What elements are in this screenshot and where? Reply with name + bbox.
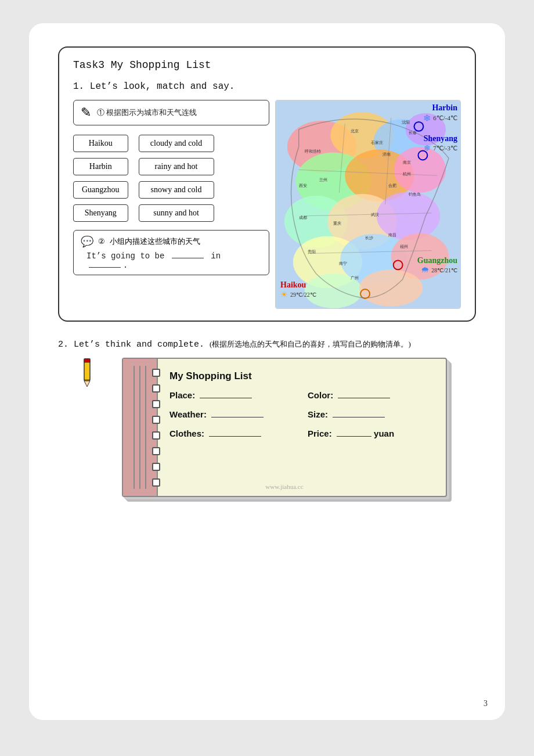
haikou-name: Haikou [280,280,316,290]
sentence-template: It’s going to be in . [81,251,262,270]
section2-wrapper: 2. Let’s think and complete. (根据所选地点的天气和… [58,339,476,497]
ring-8 [152,478,160,487]
ring-5 [152,431,160,440]
guangzhou-rain-icon: 🌧 [421,265,429,275]
notebook-right-size: Size: [308,409,428,419]
notebook: My Shopping List Place: Color: [122,358,447,497]
city-shenyang: Shenyang [73,204,128,222]
svg-text:长沙: 长沙 [365,236,373,240]
svg-text:北京: 北京 [351,129,359,133]
sentence-start: It’s going to be [86,251,164,261]
notebook-row1: Place: Color: [169,390,428,400]
page: Task3 My Shopping List 1. Let’s look, ma… [29,23,505,720]
svg-text:合肥: 合肥 [388,183,396,188]
harbin-name: Harbin [423,103,457,113]
place-blank[interactable] [200,398,252,398]
field-clothes: Clothes: [169,429,290,438]
instruction1-text: ① 根据图示为城市和天气连线 [97,107,197,118]
field-color: Color: [308,390,428,400]
svg-text:呼和浩特: 呼和浩特 [305,149,321,153]
price-blank[interactable] [337,436,371,437]
haikou-sun-icon: ☀ [280,290,288,300]
instruction2-number: ② [98,237,105,246]
spine-line3 [145,366,146,489]
map-guangzhou-label: Guangzhou 🌧 28℃/21℃ [417,256,457,275]
yuan-label: yuan [374,429,394,438]
notebook-container: My Shopping List Place: Color: [58,358,476,497]
ring-4 [152,416,160,424]
section1-content: ✎ ① 根据图示为城市和天气连线 Haikou Harbin Guangzhou… [73,100,461,309]
svg-point-10 [377,192,440,240]
field-size: Size: [308,409,428,419]
svg-text:贵阳: 贵阳 [308,250,316,254]
map-shenyang-label: Shenyang ❄ 7℃/-3℃ [424,134,457,153]
svg-rect-48 [84,359,90,362]
watermark: www.jiahua.cc [265,483,303,490]
haikou-temp: 29℃/22℃ [290,291,316,298]
pencil-large-icon [75,358,99,389]
svg-text:兰州: 兰州 [319,178,327,182]
weather-sunny: sunny and hot [139,204,214,222]
weather-blank[interactable] [211,417,264,417]
map-haikou-label: Haikou ☀ 29℃/22℃ [280,280,316,300]
notebook-left: Place: [169,390,290,400]
svg-text:广州: 广州 [351,276,359,280]
instruction2-text: 小组内描述这些城市的天气 [110,236,200,247]
task-title: Task3 My Shopping List [73,59,461,71]
blank2[interactable] [89,267,121,268]
left-panel: ✎ ① 根据图示为城市和天气连线 Haikou Harbin Guangzhou… [73,100,269,309]
sentence-in: in [211,251,221,261]
ring-6 [152,447,160,455]
weather-snowy: snowy and cold [139,181,214,199]
shenyang-temp: 7℃/-3℃ [433,145,457,152]
harbin-temp: 6℃/-4℃ [433,114,457,122]
svg-text:南昌: 南昌 [388,233,396,237]
harbin-snow-icon: ❄ [423,113,431,124]
instruction1-box: ✎ ① 根据图示为城市和天气连线 [73,100,269,125]
instruction1-number: ① [97,108,104,117]
svg-text:钓鱼岛: 钓鱼岛 [408,192,421,196]
svg-text:成都: 成都 [299,215,307,219]
svg-text:西安: 西安 [299,183,307,188]
city-guangzhou: Guangzhou [73,181,128,199]
notebook-row2: Weather: Size: [169,409,428,419]
weather-cloudy: cloudy and cold [139,135,214,152]
spine-line1 [134,366,135,489]
ring-2 [152,384,160,393]
weather-label: Weather: [169,409,207,419]
field-weather: Weather: [169,409,290,419]
spine-line2 [139,366,140,489]
color-label: Color: [308,390,333,400]
svg-text:武汉: 武汉 [371,213,379,217]
place-label: Place: [169,390,195,400]
notebook-left2: Weather: [169,409,290,419]
guangzhou-temp: 28℃/21℃ [431,267,457,273]
shenyang-snow-icon: ❄ [424,143,431,153]
ring-1 [152,369,160,377]
section2-title-main: 2. Let’s think and complete. [58,340,204,350]
instruction2-title-row: 💬 ② 小组内描述这些城市的天气 [81,235,262,248]
svg-text:济南: 济南 [383,152,391,157]
svg-text:杭州: 杭州 [402,172,411,176]
size-blank[interactable] [333,417,385,417]
map-container: 呼和浩特 北京 石家庄 济南 西安 兰州 成都 重庆 武汉 长沙 南昌 福州 贵… [275,100,461,309]
clothes-label: Clothes: [169,429,204,438]
section1-title: 1. Let’s look, match and say. [73,81,461,92]
svg-text:福州: 福州 [400,244,408,249]
weather-rainy: rainy and hot [139,158,214,175]
svg-point-15 [359,269,423,307]
notebook-right-color: Color: [308,390,428,400]
ring-7 [152,463,160,471]
notebook-rings [152,359,164,496]
city-col: Haikou Harbin Guangzhou Shenyang [73,135,128,222]
city-haikou: Haikou [73,135,128,152]
match-area: Haikou Harbin Guangzhou Shenyang cloudy … [73,135,269,222]
clothes-blank[interactable] [209,436,261,437]
color-blank[interactable] [338,398,390,398]
page-number: 3 [484,699,488,708]
blank1[interactable] [172,258,204,258]
svg-marker-47 [84,381,90,387]
notebook-left3: Clothes: [169,429,290,438]
svg-text:长春: 长春 [409,131,417,135]
field-place: Place: [169,390,290,400]
